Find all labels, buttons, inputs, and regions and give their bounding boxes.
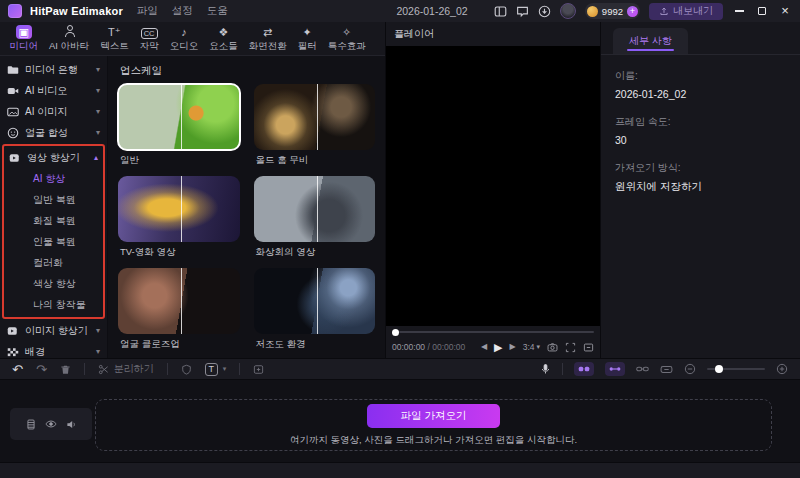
preset-tv-movie[interactable]: TV-영화 영상 bbox=[118, 176, 240, 264]
play-button[interactable]: ▶ bbox=[494, 341, 502, 354]
asset-tabbar: ▣ 미디어 AI 아바타 T⁺ 텍스트 CC 자막 ♪ 오디오 bbox=[0, 22, 385, 56]
sidebar: 미디어 은행 ▾ AI 비디오 ▾ AI 이미지 ▾ bbox=[0, 56, 108, 358]
document-title: 2026-01-26_02 bbox=[396, 5, 467, 17]
sidebar-subitem-portrait-restore[interactable]: 인물 복원 bbox=[4, 231, 103, 252]
media-panel: 미디어 은행 ▾ AI 비디오 ▾ AI 이미지 ▾ bbox=[0, 56, 385, 358]
fit-timeline-icon[interactable] bbox=[660, 364, 673, 375]
video-preview[interactable] bbox=[386, 46, 600, 326]
sidebar-item-background[interactable]: 배경 ▾ bbox=[0, 341, 107, 358]
field-name: 이름: 2026-01-26_02 bbox=[615, 69, 786, 100]
preset-general[interactable]: 일반 bbox=[118, 84, 240, 172]
menu-settings[interactable]: 설정 bbox=[172, 4, 193, 18]
sidebar-item-media-bank[interactable]: 미디어 은행 ▾ bbox=[0, 59, 107, 80]
prev-frame-button[interactable]: ◀ bbox=[481, 343, 487, 351]
sidebar-item-ai-video[interactable]: AI 비디오 ▾ bbox=[0, 80, 107, 101]
chain-link-icon[interactable] bbox=[636, 364, 649, 374]
snapshot-icon[interactable] bbox=[547, 342, 558, 353]
sidebar-subitem-quality-restore[interactable]: 화질 복원 bbox=[4, 210, 103, 231]
preset-thumbnail[interactable] bbox=[254, 176, 376, 242]
next-frame-button[interactable]: ▶ bbox=[510, 343, 516, 351]
preset-thumbnail[interactable] bbox=[254, 268, 376, 334]
close-button[interactable]: × bbox=[778, 4, 792, 18]
user-avatar[interactable] bbox=[560, 3, 576, 19]
magnet-snap-toggle[interactable] bbox=[605, 362, 625, 376]
link-clips-toggle[interactable] bbox=[574, 362, 594, 376]
drop-hint-text: 여기까지 동영상, 사진을 드래그하거나 가져오면 편집을 시작합니다. bbox=[290, 434, 577, 447]
chevron-down-icon: ▾ bbox=[96, 347, 100, 356]
minimize-button[interactable] bbox=[732, 4, 746, 18]
import-files-button[interactable]: 파일 가져오기 bbox=[367, 404, 501, 428]
left-column: ▣ 미디어 AI 아바타 T⁺ 텍스트 CC 자막 ♪ 오디오 bbox=[0, 22, 386, 358]
preset-thumbnail[interactable] bbox=[254, 84, 376, 150]
tab-text[interactable]: T⁺ 텍스트 bbox=[95, 25, 135, 53]
sidebar-subitem-general-restore[interactable]: 일반 복원 bbox=[4, 189, 103, 210]
timeline-zoom-slider[interactable] bbox=[707, 368, 765, 370]
tab-filters[interactable]: ✦ 필터 bbox=[292, 25, 322, 53]
mute-toggle[interactable] bbox=[66, 419, 77, 430]
sidebar-item-ai-image[interactable]: AI 이미지 ▾ bbox=[0, 101, 107, 122]
credits-badge[interactable]: 9992 + bbox=[585, 3, 640, 19]
sidebar-subitem-colorize[interactable]: 컬러화 bbox=[4, 252, 103, 273]
preset-low-light[interactable]: 저조도 환경 bbox=[254, 268, 376, 356]
seek-bar[interactable] bbox=[386, 326, 600, 338]
visibility-toggle[interactable] bbox=[45, 419, 57, 429]
text-tool-button[interactable]: T▾ bbox=[205, 363, 227, 376]
menu-file[interactable]: 파일 bbox=[137, 4, 158, 18]
delete-button[interactable] bbox=[60, 364, 71, 375]
tab-audio[interactable]: ♪ 오디오 bbox=[164, 25, 204, 53]
sidebar-item-face-swap[interactable]: 얼굴 합성 ▾ bbox=[0, 122, 107, 143]
tab-ai-avatar[interactable]: AI 아바타 bbox=[44, 25, 95, 53]
tab-media[interactable]: ▣ 미디어 bbox=[4, 25, 44, 53]
sidebar-item-image-enhancer[interactable]: 이미지 향상기 ▾ bbox=[0, 320, 107, 341]
maximize-button[interactable] bbox=[755, 4, 769, 18]
titlebar: HitPaw Edimakor 파일 설정 도움 2026-01-26_02 9… bbox=[0, 0, 800, 22]
tab-transitions[interactable]: ⇄ 화면전환 bbox=[243, 25, 292, 53]
image-icon bbox=[7, 106, 19, 118]
preset-video-conference[interactable]: 화상회의 영상 bbox=[254, 176, 376, 264]
record-voiceover-icon[interactable] bbox=[540, 363, 551, 375]
aspect-ratio-select[interactable]: 3:4▾ bbox=[523, 342, 540, 352]
tab-subtitle[interactable]: CC 자막 bbox=[134, 25, 164, 53]
video-enhancer-icon bbox=[9, 152, 21, 164]
chevron-down-icon: ▾ bbox=[96, 128, 100, 137]
redo-button[interactable]: ↷ bbox=[36, 362, 47, 377]
video-camera-icon bbox=[7, 85, 19, 97]
undo-button[interactable]: ↶ bbox=[12, 362, 23, 377]
fullscreen-icon[interactable] bbox=[583, 342, 594, 353]
download-icon[interactable] bbox=[538, 5, 551, 18]
preset-face-closeup[interactable]: 얼굴 클로즈업 bbox=[118, 268, 240, 356]
preset-thumbnail[interactable] bbox=[118, 84, 240, 150]
elements-icon: ❖ bbox=[218, 25, 228, 39]
crop-icon[interactable] bbox=[253, 364, 264, 375]
zoom-out-icon[interactable] bbox=[684, 363, 696, 375]
import-dropzone[interactable]: 파일 가져오기 여기까지 동영상, 사진을 드래그하거나 가져오면 편집을 시작… bbox=[95, 399, 772, 451]
zoom-in-icon[interactable] bbox=[776, 363, 788, 375]
split-button[interactable]: 분리하기 bbox=[98, 362, 154, 376]
menu-help[interactable]: 도움 bbox=[207, 4, 228, 18]
layout-panels-icon[interactable] bbox=[494, 5, 507, 18]
export-button[interactable]: 내보내기 bbox=[649, 3, 723, 20]
image-enhancer-icon bbox=[7, 325, 19, 337]
preset-old-home-movie[interactable]: 올드 홈 무비 bbox=[254, 84, 376, 172]
tab-details[interactable]: 세부 사항 bbox=[613, 28, 688, 54]
chevron-down-icon: ▾ bbox=[96, 65, 100, 74]
fit-screen-icon[interactable] bbox=[565, 342, 576, 353]
sidebar-subitem-ai-enhance[interactable]: AI 향상 bbox=[4, 168, 103, 189]
feedback-icon[interactable] bbox=[516, 5, 529, 18]
add-credits-button[interactable]: + bbox=[627, 6, 638, 17]
marker-icon[interactable] bbox=[181, 364, 192, 375]
export-label: 내보내기 bbox=[673, 4, 713, 18]
time-separator: / bbox=[427, 342, 429, 352]
tab-elements[interactable]: ❖ 요소들 bbox=[204, 25, 244, 53]
preset-thumbnail[interactable] bbox=[118, 176, 240, 242]
audio-icon: ♪ bbox=[181, 25, 187, 39]
upload-icon bbox=[659, 6, 669, 16]
avatar-icon bbox=[63, 25, 75, 39]
sidebar-subitem-my-creations[interactable]: 나의 창작물 bbox=[4, 294, 103, 315]
preset-thumbnail[interactable] bbox=[118, 268, 240, 334]
zoom-slider-handle[interactable] bbox=[715, 365, 723, 373]
tab-effects[interactable]: ✧ 특수효과 bbox=[322, 25, 371, 53]
sidebar-item-video-enhancer[interactable]: 영상 향상기 ▴ bbox=[4, 147, 103, 168]
sidebar-subitem-color-enhance[interactable]: 색상 향상 bbox=[4, 273, 103, 294]
seek-handle[interactable] bbox=[392, 329, 399, 336]
